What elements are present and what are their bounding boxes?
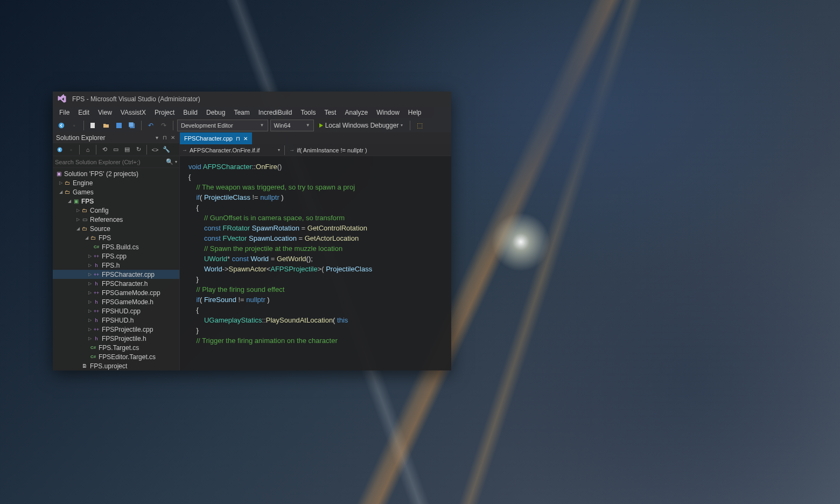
solution-tree[interactable]: ▣Solution 'FPS' (2 projects) ▷🗀Engine ◢🗀… xyxy=(53,168,179,370)
pane-header[interactable]: Solution Explorer ▾ ⊓ ✕ xyxy=(53,132,179,143)
collapse-icon[interactable]: ▭ xyxy=(111,145,121,155)
menu-tools[interactable]: Tools xyxy=(296,107,320,118)
menu-project[interactable]: Project xyxy=(150,107,179,118)
start-debug-button[interactable]: Local Windows Debugger▾ xyxy=(316,122,407,129)
sync-icon[interactable]: ⟲ xyxy=(100,145,109,155)
close-icon[interactable]: ✕ xyxy=(170,135,176,141)
titlebar[interactable]: FPS - Microsoft Visual Studio (Administr… xyxy=(53,92,451,107)
expand-icon[interactable]: ▷ xyxy=(87,309,93,313)
menu-incredibuild[interactable]: IncrediBuild xyxy=(254,107,297,118)
tree-file[interactable]: ▷hFPSProjectile.h xyxy=(53,334,179,343)
menu-file[interactable]: File xyxy=(55,107,74,118)
nav-label: if( AnimInstance != nullptr ) xyxy=(297,147,367,153)
tree-file[interactable]: ▷hFPSCharacter.h xyxy=(53,279,179,288)
chevron-down-icon: ▾ xyxy=(278,148,280,152)
tree-references[interactable]: ▷▭References xyxy=(53,215,179,224)
tree-games[interactable]: ◢🗀Games xyxy=(53,187,179,197)
menu-view[interactable]: View xyxy=(94,107,116,118)
menu-help[interactable]: Help xyxy=(404,107,426,118)
pin-icon[interactable]: ⊓ xyxy=(236,136,240,142)
tree-solution[interactable]: ▣Solution 'FPS' (2 projects) xyxy=(53,169,179,178)
expand-icon[interactable]: ▷ xyxy=(87,254,93,258)
menu-vassistx[interactable]: VAssistX xyxy=(116,107,150,118)
menu-analyze[interactable]: Analyze xyxy=(340,107,372,118)
nav-back-icon[interactable] xyxy=(56,120,67,131)
tree-label: FPSCharacter.h xyxy=(102,280,148,288)
fwd-icon[interactable]: ◦ xyxy=(66,145,76,155)
menu-edit[interactable]: Edit xyxy=(74,107,94,118)
folder-icon: 🗀 xyxy=(89,235,97,241)
tree-label: FPS.cpp xyxy=(102,253,127,260)
pin-icon[interactable]: ⊓ xyxy=(162,135,168,141)
nav-scope[interactable]: →AFPSCharacter.OnFire.if.if▾ xyxy=(182,147,280,153)
tree-file[interactable]: ▷hFPS.h xyxy=(53,261,179,270)
open-icon[interactable] xyxy=(101,120,111,131)
tree-source[interactable]: ◢🗀Source xyxy=(53,224,179,233)
tab-fpscharacter[interactable]: FPSCharacter.cpp ⊓ ✕ xyxy=(180,132,252,144)
tree-label: FPS xyxy=(99,234,111,242)
close-icon[interactable]: ✕ xyxy=(243,136,248,142)
tree-uproject[interactable]: 🗎FPS.uproject xyxy=(53,361,179,370)
tree-file[interactable]: ▷++FPSProjectile.cpp xyxy=(53,325,179,334)
expand-icon[interactable]: ▷ xyxy=(87,263,93,268)
tree-file[interactable]: ▷++FPSCharacter.cpp xyxy=(53,270,179,279)
menu-build[interactable]: Build xyxy=(179,107,202,118)
collapse-icon[interactable]: ◢ xyxy=(58,190,64,194)
tree-fps-project[interactable]: ◢▣FPS xyxy=(53,197,179,206)
expand-icon[interactable]: ▷ xyxy=(58,180,64,185)
undo-icon[interactable]: ↶ xyxy=(145,120,156,131)
expand-icon[interactable]: ▷ xyxy=(87,290,93,295)
tree-config[interactable]: ▷🗀Config xyxy=(53,206,179,215)
platform-dropdown[interactable]: Win64▼ xyxy=(270,120,314,131)
collapse-icon[interactable]: ◢ xyxy=(75,226,81,231)
dropdown-icon[interactable]: ▾ xyxy=(153,135,160,141)
code-editor[interactable]: void AFPSCharacter::OnFire() { // The we… xyxy=(180,156,451,370)
menu-test[interactable]: Test xyxy=(320,107,340,118)
expand-icon[interactable]: ▷ xyxy=(75,208,81,213)
menu-team[interactable]: Team xyxy=(229,107,254,118)
save-icon[interactable] xyxy=(114,120,124,131)
expand-icon[interactable]: ▷ xyxy=(87,336,93,341)
refresh-icon[interactable]: ↻ xyxy=(134,145,143,155)
h-file-icon: h xyxy=(93,281,100,286)
tree-file[interactable]: C#FPS.Build.cs xyxy=(53,242,179,251)
expand-icon[interactable]: ▷ xyxy=(87,327,93,332)
tree-file[interactable]: ▷hFPSHUD.h xyxy=(53,316,179,325)
search-input[interactable] xyxy=(55,159,164,165)
tree-engine[interactable]: ▷🗀Engine xyxy=(53,178,179,187)
chevron-down-icon[interactable]: ▾ xyxy=(175,159,177,164)
expand-icon[interactable]: ▷ xyxy=(87,281,93,286)
nav-member[interactable]: →if( AnimInstance != nullptr ) xyxy=(289,147,367,153)
new-file-icon[interactable] xyxy=(88,120,99,131)
tree-file[interactable]: C#FPS.Target.cs xyxy=(53,343,179,352)
toolbar-extra-icon[interactable]: ⬚ xyxy=(414,120,425,131)
expand-icon[interactable]: ▷ xyxy=(75,217,81,222)
expand-icon[interactable]: ▷ xyxy=(87,318,93,323)
collapse-icon[interactable]: ◢ xyxy=(84,235,89,240)
expand-icon[interactable]: ▷ xyxy=(87,299,93,304)
menu-debug[interactable]: Debug xyxy=(202,107,229,118)
expand-icon[interactable]: ▷ xyxy=(87,272,93,277)
menubar: File Edit View VAssistX Project Build De… xyxy=(53,107,451,118)
tree-label: Config xyxy=(90,207,109,214)
menu-window[interactable]: Window xyxy=(372,107,404,118)
tree-file[interactable]: ▷hFPSGameMode.h xyxy=(53,297,179,306)
home-icon[interactable]: ⌂ xyxy=(83,145,93,155)
tree-file[interactable]: C#FPSEditor.Target.cs xyxy=(53,352,179,361)
search-icon[interactable]: 🔍 xyxy=(166,158,173,165)
nav-fwd-icon[interactable]: ◦ xyxy=(69,120,80,131)
config-dropdown[interactable]: Development Editor▼ xyxy=(177,120,268,131)
save-all-icon[interactable] xyxy=(127,120,137,131)
collapse-icon[interactable]: ◢ xyxy=(67,199,72,204)
code-icon[interactable]: <> xyxy=(150,145,160,155)
main-toolbar: ◦ ↶ ↷ Development Editor▼ Win64▼ Local W… xyxy=(53,118,451,132)
show-all-icon[interactable]: ▤ xyxy=(122,145,132,155)
properties-icon[interactable]: 🔧 xyxy=(162,145,171,155)
tree-file[interactable]: ▷++FPSHUD.cpp xyxy=(53,306,179,316)
tree-fps-dir[interactable]: ◢🗀FPS xyxy=(53,233,179,242)
svg-rect-1 xyxy=(90,123,95,128)
redo-icon[interactable]: ↷ xyxy=(158,120,169,131)
tree-file[interactable]: ▷++FPS.cpp xyxy=(53,251,179,261)
back-icon[interactable] xyxy=(55,145,65,155)
tree-file[interactable]: ▷++FPSGameMode.cpp xyxy=(53,288,179,297)
